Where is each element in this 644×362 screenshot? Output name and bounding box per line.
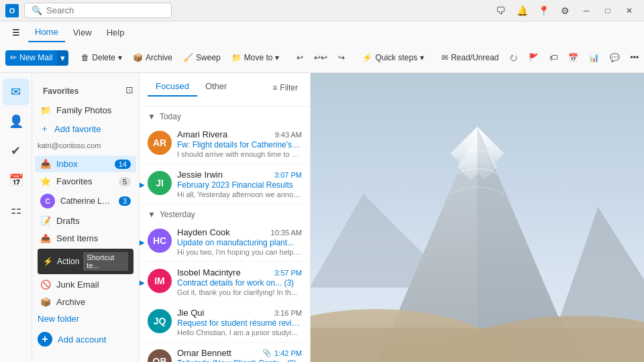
sidebar-item-inbox[interactable]: 📥 Inbox 14 [35, 156, 136, 172]
flag-icon: 🚩 [529, 53, 539, 62]
reply-all-button[interactable]: ↩↩ [309, 50, 332, 65]
section-today: ▼ Today [140, 107, 310, 124]
nav-mail[interactable]: ✉ [3, 78, 30, 105]
close-button[interactable]: ✕ [620, 1, 639, 20]
sidebar-expand-icon[interactable]: ⊡ [125, 84, 133, 95]
move-to-button[interactable]: 📁 Move to ▾ [227, 50, 284, 65]
settings-icon[interactable]: ⚙ [555, 1, 574, 20]
new-folder-link[interactable]: New folder [32, 311, 139, 326]
filter-button[interactable]: ≡ Filter [268, 81, 302, 95]
time-jessie: 3:07 PM [274, 171, 302, 179]
reply-button[interactable]: ↩ [292, 50, 308, 65]
view-button[interactable]: 📊 [584, 50, 604, 65]
email-row1-omar: Omar Bennett 📎 1:42 PM [177, 348, 302, 358]
sidebar-item-catherine[interactable]: C Catherine Lanco... 3 [35, 190, 136, 212]
sidebar-item-junk[interactable]: 🚫 Junk Email [35, 276, 136, 293]
sidebar: Favorites ⊡ 📁 Family Photos ＋ Add favori… [32, 73, 140, 362]
time-isobel: 3:57 PM [274, 269, 302, 277]
nav-calendar[interactable]: 📅 [3, 167, 30, 194]
action-item[interactable]: ⚡ Action Shortcut te... [38, 249, 133, 274]
hayden-arrow: ▶ [140, 238, 145, 245]
tag-button[interactable]: 🏷 [545, 50, 562, 65]
tab-help[interactable]: Help [100, 23, 131, 42]
add-account-avatar: + [38, 332, 52, 347]
undo-button[interactable]: ⭮ [505, 50, 523, 65]
sidebar-item-action[interactable]: ⚡ Action Shortcut te... [35, 247, 136, 276]
email-item-jessie[interactable]: ▶ JI Jessie Irwin 3:07 PM February 2023 … [140, 164, 310, 204]
sidebar-item-sent[interactable]: 📤 Sent Items [35, 230, 136, 247]
read-unread-button[interactable]: ✉ Read/Unread [437, 50, 503, 65]
email-content-omar: Omar Bennett 📎 1:42 PM Tailwinds (New Cl… [177, 348, 302, 362]
folder-icon: 📁 [40, 105, 51, 115]
drafts-icon: 📝 [40, 216, 51, 226]
nav-contacts[interactable]: 👤 [3, 108, 30, 135]
inbox-icon: 📥 [40, 159, 51, 169]
sidebar-item-family-photos[interactable]: 📁 Family Photos [35, 102, 136, 119]
more-button[interactable]: ••• [626, 50, 644, 65]
maximize-button[interactable]: □ [598, 1, 617, 20]
calendar-button[interactable]: 📅 [564, 50, 583, 65]
time-hayden: 10:35 AM [271, 229, 302, 237]
time-amari: 9:43 AM [275, 131, 302, 139]
minimize-button[interactable]: ─ [577, 1, 596, 20]
notification-icon[interactable]: 🔔 [513, 1, 531, 20]
subject-omar: Tailwinds (New Client) Contr... (6) [177, 359, 302, 362]
location-icon[interactable]: 📍 [534, 1, 553, 20]
email-list-header: Focused Other ≡ Filter [140, 73, 310, 107]
sweep-button[interactable]: 🧹 Sweep [178, 50, 225, 65]
nav-apps[interactable]: ⚏ [3, 196, 30, 223]
search-bar[interactable]: 🔍 [24, 3, 172, 18]
email-content-jie: Jie Qui 3:16 PM Request for student résu… [177, 308, 302, 337]
email-item-jie[interactable]: JQ Jie Qui 3:16 PM Request for student r… [140, 302, 310, 343]
new-mail-dropdown[interactable]: ▾ [57, 50, 68, 66]
new-mail-group: ✏ New Mail ▾ [5, 50, 68, 66]
collapse-icon[interactable]: ▼ [148, 112, 156, 121]
email-item-hayden[interactable]: ▶ HC Hayden Cook 10:35 AM Update on manu… [140, 222, 310, 262]
email-item-amari[interactable]: AR Amari Rivera 9:43 AM Fw: Flight detai… [140, 124, 310, 164]
sender-amari: Amari Rivera [177, 129, 227, 139]
delete-button[interactable]: 🗑 Delete ▾ [76, 50, 127, 65]
email-row1-jie: Jie Qui 3:16 PM [177, 308, 302, 318]
action-icon: ⚡ [43, 257, 53, 266]
sidebar-item-archive[interactable]: 📦 Archive [35, 294, 136, 310]
tab-view[interactable]: View [66, 23, 99, 42]
email-items: ▼ Today AR Amari Rivera 9:43 AM Fw: Flig… [140, 107, 310, 362]
sidebar-item-favorites[interactable]: ⭐ Favorites 5 [35, 173, 136, 190]
archive-button[interactable]: 📦 Archive [128, 50, 177, 65]
section-yesterday: ▼ Yesterday [140, 204, 310, 222]
sidebar-account: katri@contoso.com [32, 139, 139, 155]
tab-home[interactable]: Home [28, 23, 65, 42]
preview-hayden: Hi you two, I'm hoping you can help me [177, 248, 302, 256]
read-icon: ✉ [441, 53, 448, 62]
chat-icon[interactable]: 🗨 [491, 1, 510, 20]
tab-other[interactable]: Other [197, 78, 235, 97]
calendar-icon: 📅 [568, 53, 578, 62]
search-input[interactable] [46, 5, 154, 15]
sidebar-item-add-favorite[interactable]: ＋ Add favorite [35, 119, 136, 138]
nav-tasks[interactable]: ✔ [3, 137, 30, 164]
collapse-yesterday-icon[interactable]: ▼ [148, 210, 156, 219]
sidebar-item-drafts[interactable]: 📝 Drafts [35, 213, 136, 229]
sender-jessie: Jessie Irwin [177, 170, 223, 180]
flag-button[interactable]: 🚩 [524, 50, 543, 65]
ribbon: ☰ Home View Help ✏ New Mail ▾ 🗑 Delete ▾… [0, 21, 644, 73]
sidebar-header: Favorites ⊡ [32, 78, 139, 101]
tab-focused[interactable]: Focused [148, 78, 197, 97]
subject-jessie: February 2023 Financial Results [177, 180, 302, 190]
email-item-isobel[interactable]: ▶ IM Isobel Macintyre 3:57 PM Contract d… [140, 262, 310, 302]
add-account-button[interactable]: + Add account [32, 326, 139, 352]
junk-icon: 🚫 [40, 280, 51, 290]
quick-steps-button[interactable]: ⚡ Quick steps ▾ [358, 50, 429, 65]
new-mail-button[interactable]: ✏ New Mail [5, 50, 57, 66]
undo-icon: ⭮ [510, 53, 518, 62]
hamburger-button[interactable]: ☰ [5, 21, 27, 43]
email-item-omar[interactable]: ▶ OB Omar Bennett 📎 1:42 PM Tailwinds (N… [140, 343, 310, 362]
forward-button[interactable]: ↪ [333, 50, 350, 65]
isobel-arrow: ▶ [140, 278, 145, 286]
omar-avatar: OB [148, 349, 172, 362]
subject-isobel: Contract details for work on... (3) [177, 278, 302, 288]
preview-jessie: Hi all, Yesterday afternoon we announced… [177, 190, 302, 198]
time-omar: 1:42 PM [274, 349, 302, 357]
sender-hayden: Hayden Cook [177, 227, 230, 237]
immersive-reader-button[interactable]: 💬 [605, 50, 625, 65]
